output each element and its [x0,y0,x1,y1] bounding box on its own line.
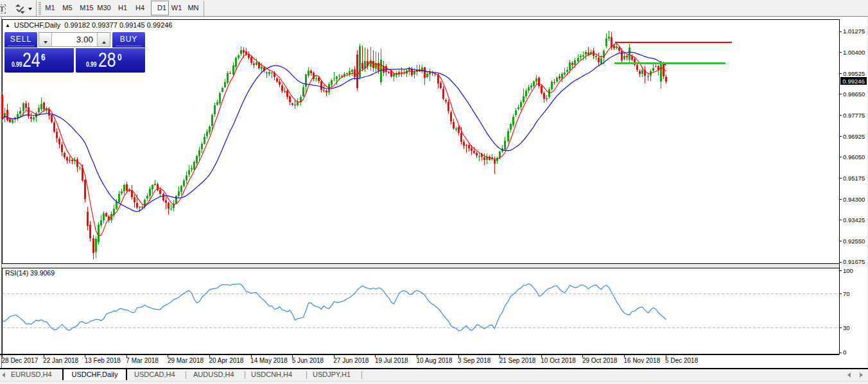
svg-text:70: 70 [843,290,850,297]
svg-text:1.01275: 1.01275 [843,28,865,35]
svg-text:20 Apr 2018: 20 Apr 2018 [209,357,244,364]
svg-text:7 Mar 2018: 7 Mar 2018 [126,357,159,364]
svg-text:5 Dec 2018: 5 Dec 2018 [665,357,699,364]
svg-text:0.96050: 0.96050 [843,153,865,161]
svg-text:14 May 2018: 14 May 2018 [250,357,288,364]
svg-text:100: 100 [843,267,853,274]
svg-text:30: 30 [843,324,850,331]
svg-text:21 Sep 2018: 21 Sep 2018 [499,357,536,364]
svg-text:0.96925: 0.96925 [843,133,865,140]
svg-text:0.95175: 0.95175 [843,175,865,182]
svg-text:0.92550: 0.92550 [843,238,865,245]
svg-text:0.94300: 0.94300 [843,196,865,203]
svg-text:0: 0 [843,349,846,356]
svg-text:29 Oct 2018: 29 Oct 2018 [582,357,618,364]
svg-text:28 Dec 2017: 28 Dec 2017 [2,357,39,364]
svg-text:0.99246: 0.99246 [843,78,865,85]
svg-text:10 Aug 2018: 10 Aug 2018 [417,357,453,364]
svg-text:0.97775: 0.97775 [843,112,865,119]
svg-text:10 Oct 2018: 10 Oct 2018 [541,357,576,364]
svg-text:0.93425: 0.93425 [843,216,865,223]
svg-text:16 Nov 2018: 16 Nov 2018 [624,357,661,364]
svg-text:19 Jul 2018: 19 Jul 2018 [375,357,408,364]
svg-text:0.99525: 0.99525 [843,70,865,77]
svg-text:RSI(14) 39.9069: RSI(14) 39.9069 [5,269,55,277]
svg-text:13 Feb 2018: 13 Feb 2018 [85,357,121,364]
svg-text:29 Mar 2018: 29 Mar 2018 [168,357,204,364]
svg-text:5 Jun 2018: 5 Jun 2018 [292,357,324,364]
svg-text:0.98650: 0.98650 [843,91,865,98]
svg-text:0.91675: 0.91675 [843,258,865,265]
svg-text:27 Jun 2018: 27 Jun 2018 [333,357,369,364]
svg-text:1.00400: 1.00400 [843,49,865,56]
svg-text:3 Sep 2018: 3 Sep 2018 [458,357,491,364]
svg-text:22 Jan 2018: 22 Jan 2018 [43,357,78,364]
